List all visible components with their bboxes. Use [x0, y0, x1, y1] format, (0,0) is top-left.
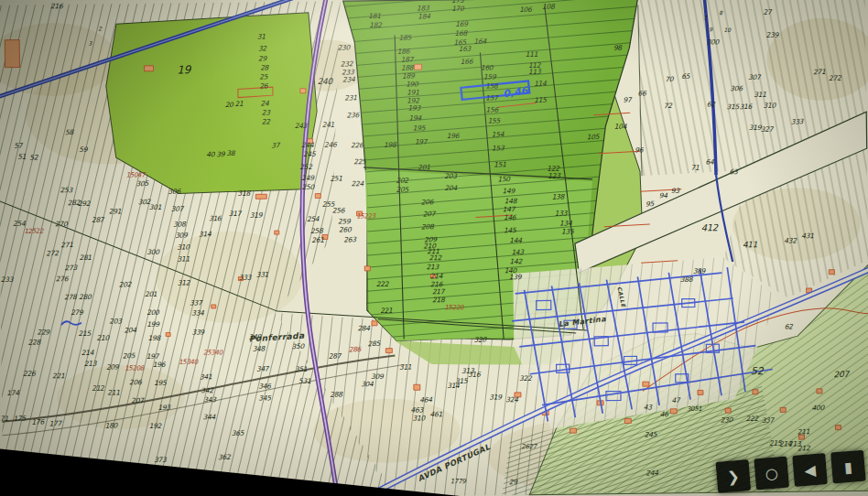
green-field-topleft — [105, 13, 318, 195]
monitor-photo: 2162319313229282526242322212037383940575… — [0, 0, 868, 496]
pan-left-icon[interactable]: ◀ — [792, 453, 828, 487]
map-screen: 2162319313229282526242322212037383940575… — [0, 0, 868, 496]
cadastral-map-canvas[interactable] — [0, 0, 868, 496]
cutoff-tool-icon[interactable]: ▮ — [830, 450, 866, 484]
zoom-circle-icon[interactable]: ○ — [754, 457, 789, 491]
chevron-right-icon[interactable]: ❯ — [716, 459, 752, 493]
